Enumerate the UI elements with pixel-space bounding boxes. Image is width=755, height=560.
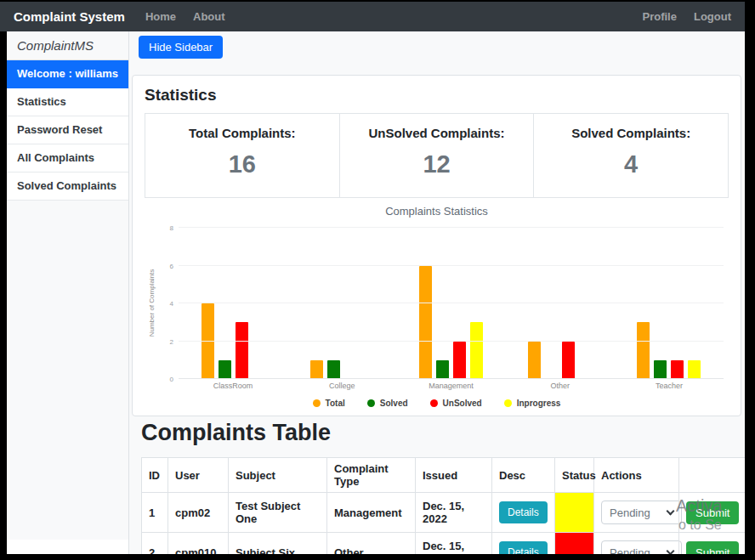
category-label-other: Other — [506, 382, 615, 390]
bar-total-college — [310, 360, 323, 379]
bar-total-other — [528, 342, 541, 380]
legend-dot-unsolved — [430, 399, 438, 407]
gridline — [179, 378, 724, 379]
y-tick-label: 4 — [156, 300, 173, 308]
sidebar: ComplaintMS Welcome : williamsStatistics… — [7, 31, 129, 554]
stat-value: 16 — [145, 150, 339, 178]
sidebar-item-solved-complaints[interactable]: Solved Complaints — [7, 173, 128, 201]
column-header-complaint-type: Complaint Type — [327, 458, 416, 493]
status-select[interactable]: Pending — [601, 540, 682, 554]
chart-y-axis-label: Number of Complaints — [148, 252, 156, 354]
column-header-issued: Issued — [416, 458, 492, 493]
sidebar-item-all-complaints[interactable]: All Complaints — [7, 144, 128, 173]
hide-sidebar-button[interactable]: Hide Sidebar — [139, 36, 223, 59]
nav-link-about[interactable]: About — [193, 10, 225, 23]
bar-unsolved-other — [562, 342, 575, 380]
status-select-value: Pending — [610, 506, 650, 519]
bar-unsolved-classroom — [236, 322, 248, 379]
y-tick-label: 8 — [156, 224, 173, 232]
legend-item-solved: Solved — [367, 399, 408, 408]
bar-solved-college — [327, 360, 340, 379]
chart-title: Complaints Statistics — [145, 198, 729, 218]
gridline — [179, 341, 724, 342]
column-header-status: Status — [555, 458, 594, 493]
app-window: ComplaintMS Welcome : williamsStatistics… — [7, 31, 745, 554]
screen: Complaint System HomeAbout ProfileLogout… — [0, 0, 755, 560]
statistics-card: Statistics Total Complaints:16UnSolved C… — [132, 75, 741, 416]
chevron-down-icon — [667, 506, 675, 515]
status-select-value: Pending — [610, 546, 650, 555]
column-header-submit — [679, 458, 746, 493]
bar-group-teacher — [615, 228, 724, 379]
bar-group-college — [287, 228, 396, 379]
bar-unsolved-management — [453, 342, 466, 380]
bar-unsolved-teacher — [671, 360, 684, 379]
table-row: 2cpm010Subject SixOtherDec. 15, 2022Deta… — [142, 533, 746, 555]
cell-user: cpm02 — [168, 493, 229, 533]
legend-label: UnSolved — [443, 399, 482, 408]
status-select[interactable]: Pending — [601, 501, 682, 524]
top-navbar: Complaint System HomeAbout ProfileLogout — [0, 2, 745, 31]
column-header-desc: Desc — [492, 458, 555, 493]
bar-inprogress-management — [470, 322, 483, 379]
category-label-management: Management — [396, 382, 505, 390]
category-label-teacher: Teacher — [615, 382, 724, 390]
stat-value: 4 — [534, 150, 728, 178]
legend-label: Inprogress — [517, 399, 561, 408]
submit-button[interactable]: Submit — [686, 541, 739, 555]
bar-group-other — [506, 228, 615, 379]
stat-card-total-complaints: Total Complaints:16 — [145, 113, 340, 198]
y-tick-label: 0 — [156, 376, 173, 383]
chart-legend: TotalSolvedUnSolvedInprogress — [145, 399, 729, 408]
bar-solved-classroom — [219, 360, 231, 379]
stat-card-unsolved-complaints: UnSolved Complaints:12 — [340, 113, 535, 198]
status-cell — [555, 493, 594, 533]
cell-submit: Submit — [679, 533, 746, 555]
legend-dot-solved — [367, 399, 375, 407]
complaints-table: IDUserSubjectComplaint TypeIssuedDescSta… — [141, 457, 745, 554]
cell-user: cpm010 — [168, 533, 229, 555]
legend-label: Solved — [380, 399, 408, 408]
stat-card-solved-complaints: Solved Complaints:4 — [534, 113, 729, 198]
complaints-chart: Complaints Statistics Number of Complain… — [145, 198, 729, 416]
statistics-heading: Statistics — [145, 86, 729, 105]
chart-bar-groups — [179, 228, 724, 379]
submit-button[interactable]: Submit — [686, 501, 739, 524]
nav-right-links: ProfileLogout — [642, 10, 731, 23]
gridline — [179, 227, 724, 228]
cell-subject: Subject Six — [229, 533, 327, 555]
status-cell — [555, 533, 594, 555]
app-brand[interactable]: Complaint System — [14, 9, 125, 24]
cell-issued: Dec. 15, 2022 — [416, 493, 492, 533]
stat-label: Solved Complaints: — [534, 126, 728, 140]
legend-dot-inprogress — [504, 399, 512, 407]
bar-group-classroom — [179, 228, 287, 379]
column-header-user: User — [168, 458, 229, 493]
nav-link-profile[interactable]: Profile — [642, 10, 676, 23]
details-button[interactable]: Details — [499, 541, 548, 554]
table-header-row: IDUserSubjectComplaint TypeIssuedDescSta… — [142, 458, 746, 493]
gridline — [179, 303, 724, 303]
cell-actions: Pending — [594, 493, 679, 533]
category-label-college: College — [287, 382, 396, 390]
stat-label: UnSolved Complaints: — [340, 126, 534, 140]
bar-solved-management — [436, 360, 449, 379]
details-button[interactable]: Details — [499, 501, 548, 523]
stat-cards-row: Total Complaints:16UnSolved Complaints:1… — [145, 113, 729, 198]
table-body: 1cpm02Test Subject OneManagementDec. 15,… — [142, 493, 746, 555]
stat-label: Total Complaints: — [145, 126, 339, 140]
sidebar-background: ComplaintMS Welcome : williamsStatistics… — [7, 31, 128, 540]
main-content: Hide Sidebar Statistics Total Complaints… — [129, 31, 745, 554]
table-row: 1cpm02Test Subject OneManagementDec. 15,… — [142, 493, 746, 533]
column-header-id: ID — [142, 458, 168, 493]
sidebar-item-password-reset[interactable]: Password Reset — [7, 116, 128, 144]
cell-actions: Pending — [594, 533, 679, 555]
nav-link-home[interactable]: Home — [145, 10, 176, 23]
y-tick-label: 2 — [156, 337, 173, 345]
cell-type: Other — [327, 533, 416, 555]
sidebar-item-statistics[interactable]: Statistics — [7, 88, 128, 116]
cell-issued: Dec. 15, 2022 — [416, 533, 492, 555]
nav-link-logout[interactable]: Logout — [694, 10, 731, 23]
sidebar-item-welcome-williams[interactable]: Welcome : williams — [7, 60, 128, 88]
nav-links: HomeAbout — [145, 10, 225, 23]
